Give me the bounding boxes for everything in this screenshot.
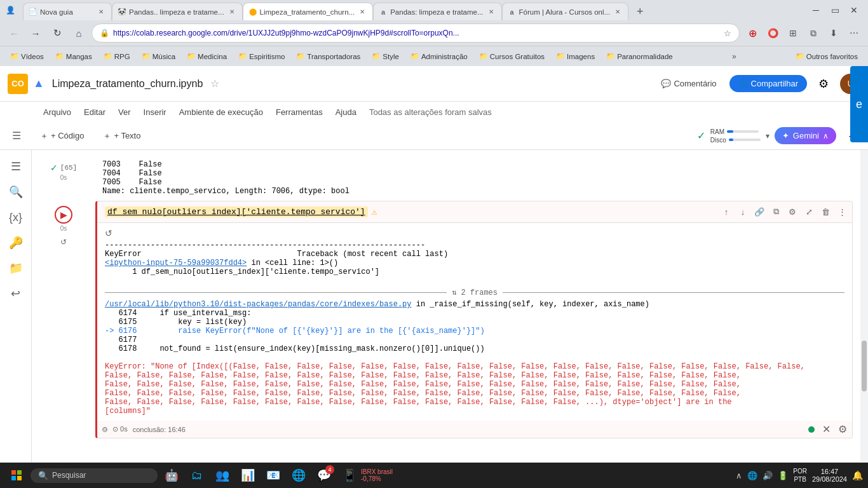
gemini-button[interactable]: ✦ Gemini ∧ [775, 127, 836, 144]
menu-editar[interactable]: Editar [79, 105, 111, 119]
taskbar-app-mail[interactable]: 📧 [262, 464, 285, 487]
cell-expand-button[interactable]: ⤢ [801, 204, 817, 219]
url-bar[interactable]: 🔒 https://colab.research.google.com/driv… [92, 24, 740, 43]
tb-link-2[interactable]: /usr/local/lib/python3.10/dist-packages/… [105, 300, 411, 309]
colab-star-icon[interactable]: ☆ [210, 78, 219, 90]
bookmark-musica[interactable]: 📁 Música [137, 50, 180, 62]
cell-move-up-button[interactable]: ↑ [719, 204, 734, 219]
bookmark-imagens[interactable]: 📁 Imagens [551, 50, 600, 62]
taskbar-app-phone[interactable]: 📱 [338, 464, 361, 487]
cell-delete-button[interactable]: 🗑 [818, 204, 833, 219]
sidebar-git-icon[interactable]: ↩ [4, 282, 27, 305]
taskbar-search-bar[interactable]: 🔍 Pesquisar [31, 468, 158, 483]
tray-expand-icon[interactable]: ∧ [736, 471, 742, 480]
forward-button[interactable]: → [27, 24, 44, 42]
bookmark-medicina[interactable]: 📁 Medicina [182, 50, 232, 62]
sidebar-files-icon[interactable]: 📁 [4, 257, 27, 280]
tray-battery-icon[interactable]: 🔋 [778, 471, 788, 480]
downloads-icon[interactable]: ⬇ [825, 24, 843, 42]
bookmark-cursos[interactable]: 📁 Cursos Gratuitos [474, 50, 550, 62]
output-close-button[interactable]: ✕ [822, 423, 831, 435]
profile-icon[interactable]: 👤 [5, 5, 15, 15]
scrollbar-thumb[interactable] [862, 341, 867, 391]
opera-icon[interactable]: ⭕ [764, 24, 782, 42]
tab-limpeza-active[interactable]: ⬤ Limpeza_tratamento_churn... ✕ [243, 3, 374, 20]
add-text-button[interactable]: ＋ + Texto [96, 126, 147, 146]
menu-ver[interactable]: Ver [113, 105, 136, 119]
right-scrollbar[interactable] [860, 150, 868, 488]
close-button[interactable]: ✕ [845, 1, 863, 19]
menu-ambiente[interactable]: Ambiente de execução [174, 105, 268, 119]
tab-pandas2[interactable]: a Pandas: limpeza e tratame... ✕ [373, 3, 501, 20]
output-settings-button[interactable]: ⚙ [838, 423, 847, 435]
minimize-button[interactable]: ─ [807, 1, 825, 19]
taskbar-app-explorer[interactable]: 🗂 [186, 464, 208, 487]
add-code-button[interactable]: ＋ + Código [33, 126, 91, 146]
taskbar-app-agent[interactable]: 🤖 [160, 464, 183, 487]
bookmark-mangas[interactable]: 📁 Mangas [50, 50, 97, 62]
tab-close-4[interactable]: ✕ [486, 7, 496, 17]
menu-inserir[interactable]: Inserir [139, 105, 172, 119]
new-tab-button[interactable]: + [631, 3, 649, 20]
back-button[interactable]: ← [5, 24, 23, 42]
taskbar-app-teams[interactable]: 👥 [211, 464, 234, 487]
cell-66-run-button[interactable]: ▶ [55, 206, 72, 224]
ram-expand-button[interactable]: ▾ [766, 132, 770, 140]
maximize-button[interactable]: ▭ [826, 1, 844, 19]
bookmark-label: Medicina [198, 53, 227, 60]
bookmark-administracao[interactable]: 📁 Administração [405, 50, 473, 62]
comment-button[interactable]: 💬 Comentário [653, 75, 724, 92]
bookmarks-more[interactable]: » [728, 50, 740, 63]
more-icon[interactable]: ⋯ [845, 24, 863, 42]
bookmark-videos[interactable]: 📁 Vídeos [5, 50, 49, 62]
menu-arquivo[interactable]: Arquivo [38, 105, 76, 119]
output-rerun-icon[interactable]: ↺ [105, 228, 112, 238]
star-icon[interactable]: ☆ [724, 29, 731, 38]
toolbar-menu-icon[interactable]: ☰ [5, 125, 28, 147]
tab-close-1[interactable]: ✕ [96, 7, 106, 17]
tray-network-icon[interactable]: 🌐 [747, 471, 757, 480]
tab-close-3[interactable]: ✕ [357, 7, 367, 17]
tab-close-5[interactable]: ✕ [613, 7, 623, 17]
tab-close-2[interactable]: ✕ [227, 7, 237, 17]
cell-copy-button[interactable]: ⧉ [768, 204, 783, 219]
colab-filename[interactable]: Limpeza_tratamento_churn.ipynb [52, 78, 203, 90]
tray-volume-icon[interactable]: 🔊 [763, 471, 773, 480]
sidebar-secrets-icon[interactable]: 🔑 [4, 231, 27, 254]
home-button[interactable]: ⌂ [70, 24, 88, 42]
bookmark-outros[interactable]: 📁 Outros favoritos [790, 50, 863, 62]
start-button[interactable] [5, 464, 28, 487]
menu-ajuda[interactable]: Ajuda [330, 105, 362, 119]
tab-pandas[interactable]: 🐼 Pandas.. limpeza e tratame... ✕ [112, 3, 243, 20]
tab-forum[interactable]: a Fórum | Alura - Cursos onl... ✕ [502, 3, 629, 20]
sidebar-toc-icon[interactable]: ☰ [4, 155, 27, 178]
edge-sidebar-icon[interactable]: e [850, 66, 868, 142]
bookmark-paranormalidade[interactable]: 📁 Paranormalidade [601, 50, 678, 62]
sidebar-toggle[interactable]: ⧉ [804, 24, 822, 42]
sidebar-search-icon[interactable]: 🔍 [4, 180, 27, 203]
cell-move-down-button[interactable]: ↓ [735, 204, 750, 219]
share-button-header[interactable]: 👤 Compartilhar [729, 75, 807, 92]
copilot-icon[interactable]: ⊕ [743, 24, 761, 42]
cell-66-rerun-icon[interactable]: ↺ [57, 236, 70, 248]
bookmark-rpg[interactable]: 📁 RPG [98, 50, 135, 62]
bookmark-espiritismo[interactable]: 📁 Espiritismo [233, 50, 290, 62]
cell-link-button[interactable]: 🔗 [752, 204, 767, 219]
taskbar-language[interactable]: POR PTB [793, 467, 807, 484]
settings-button[interactable]: ⚙ [812, 72, 835, 95]
menu-ferramentas[interactable]: Ferramentas [271, 105, 328, 119]
taskbar-app-edge[interactable]: 🌐 [287, 464, 310, 487]
reload-button[interactable]: ↻ [48, 24, 66, 42]
taskbar-app-whatsapp[interactable]: 💬 4 [313, 464, 336, 487]
sidebar-variables-icon[interactable]: {x} [4, 206, 27, 229]
notification-bell-icon[interactable]: 🔔 [852, 470, 863, 480]
taskbar-app-office[interactable]: 📊 [236, 464, 259, 487]
collections-icon[interactable]: ⊞ [784, 24, 802, 42]
tb-link-1[interactable]: <ipython-input-75-59a99037fdd4> [105, 259, 247, 268]
bookmark-style[interactable]: 📁 Style [367, 50, 404, 62]
cell-more-button[interactable]: ⋮ [834, 204, 850, 219]
bookmark-transportadoras[interactable]: 📁 Transportadoras [291, 50, 365, 62]
taskbar-time[interactable]: 16:47 29/08/2024 [812, 468, 847, 483]
tab-nova-guia[interactable]: 📄 Nova guia ✕ [23, 3, 112, 20]
cell-settings-button[interactable]: ⚙ [785, 204, 800, 219]
